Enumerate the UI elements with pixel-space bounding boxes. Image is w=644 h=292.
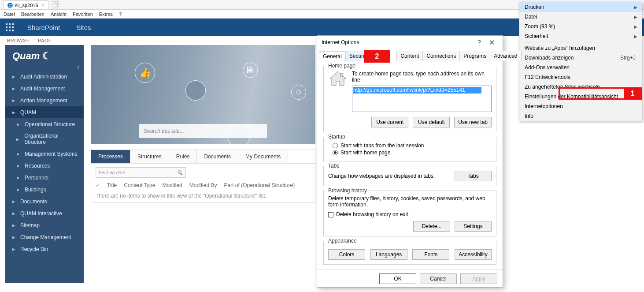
menu-help[interactable]: ? bbox=[119, 11, 122, 17]
sidebar-item[interactable]: ▸Recycle Bin bbox=[5, 243, 84, 255]
history-delete-on-exit[interactable]: Delete browsing history on exit bbox=[328, 211, 492, 217]
nav-icon: ▸ bbox=[15, 162, 21, 169]
settings-button[interactable]: Settings bbox=[455, 221, 492, 232]
context-menu-item[interactable]: Downloads anzeigenStrg+J bbox=[519, 53, 642, 63]
sidebar-item[interactable]: ▸Audit Administration bbox=[5, 71, 84, 82]
sidebar-item[interactable]: ▸Action Management bbox=[5, 94, 84, 106]
sidebar-item[interactable]: ▸Change Management bbox=[5, 231, 84, 243]
use-current-button[interactable]: Use current bbox=[371, 117, 408, 127]
context-menu-item[interactable]: Zoom (93 %)▶ bbox=[519, 22, 642, 31]
tab-general[interactable]: General bbox=[319, 51, 346, 61]
ribbon-page[interactable]: PAGE bbox=[38, 38, 52, 43]
help-icon[interactable]: ? bbox=[474, 39, 485, 46]
colors-button[interactable]: Colors bbox=[328, 249, 365, 260]
app-launcher-icon[interactable] bbox=[0, 19, 19, 36]
check-icon[interactable]: ✓ bbox=[96, 182, 100, 188]
col-contenttype[interactable]: Content Type bbox=[124, 182, 155, 188]
context-menu-item[interactable]: Datei▶ bbox=[519, 12, 642, 22]
nav-icon: ▸ bbox=[15, 136, 21, 142]
sidebar-item-label: QUAM Interactive bbox=[20, 210, 62, 217]
menu-favoriten[interactable]: Favoriten bbox=[73, 11, 93, 17]
sidebar: Quam ☾ ‹ ▸Audit Administration▸Audit-Man… bbox=[5, 45, 84, 283]
languages-button[interactable]: Languages bbox=[370, 249, 407, 260]
menu-ansicht[interactable]: Ansicht bbox=[51, 11, 67, 17]
tab-documents[interactable]: Documents bbox=[197, 150, 238, 163]
homepage-url-input[interactable] bbox=[352, 86, 492, 112]
sidebar-item[interactable]: ▸Audit-Management bbox=[5, 82, 84, 94]
nav-icon: ▸ bbox=[11, 234, 17, 240]
sidebar-item[interactable]: ▸QUAM bbox=[5, 106, 84, 118]
sharepoint-brand[interactable]: SharePoint bbox=[19, 19, 68, 36]
tab-rules[interactable]: Rules bbox=[169, 150, 197, 163]
menu-bearbeiten[interactable]: Bearbeiten bbox=[21, 11, 44, 17]
context-menu-item[interactable]: Info bbox=[519, 111, 642, 121]
sidebar-item[interactable]: ▸Personnel bbox=[5, 172, 84, 183]
tabs-button[interactable]: Tabs bbox=[455, 171, 492, 181]
sidebar-item[interactable]: ▸Buildings bbox=[5, 183, 84, 195]
radio-last-session[interactable]: Start with tabs from the last session bbox=[333, 142, 492, 149]
delete-button[interactable]: Delete... bbox=[413, 221, 450, 232]
col-partof[interactable]: Part of (Operational Structure) bbox=[224, 182, 295, 188]
nav-icon: ▸ bbox=[11, 73, 17, 80]
radio-home-page[interactable]: Start with home page bbox=[333, 150, 492, 156]
browser-tab[interactable]: sli_sp2016 × bbox=[4, 0, 48, 9]
dialog-titlebar[interactable]: Internet Options ? ✕ bbox=[317, 36, 503, 49]
sidebar-item-label: Personnel bbox=[25, 175, 48, 181]
ribbon-browse[interactable]: BROWSE bbox=[7, 38, 30, 43]
find-input[interactable]: Find an item 🔍 bbox=[96, 167, 186, 178]
sidebar-item[interactable]: ▸Sitemap bbox=[5, 219, 84, 231]
tab-structures[interactable]: Structures bbox=[130, 150, 169, 163]
cancel-button[interactable]: Cancel bbox=[420, 273, 457, 284]
context-menu-item[interactable]: Internetoptionen bbox=[519, 101, 642, 111]
ok-button[interactable]: OK bbox=[379, 273, 416, 284]
new-tab-button[interactable]: ▢ bbox=[52, 1, 59, 8]
use-default-button[interactable]: Use default bbox=[413, 117, 450, 127]
shortcut-label: Strg+J bbox=[620, 55, 636, 61]
sidebar-item[interactable]: ▸Documents bbox=[5, 195, 84, 207]
tab-advanced[interactable]: Advanced bbox=[490, 51, 521, 61]
use-newtab-button[interactable]: Use new tab bbox=[454, 117, 492, 127]
nav-list: ▸Audit Administration▸Audit-Management▸A… bbox=[5, 71, 84, 255]
context-menu-item[interactable]: Drucken▶ bbox=[519, 2, 642, 12]
hero-search-input[interactable]: Search this site... bbox=[139, 124, 267, 138]
col-title[interactable]: Title bbox=[107, 182, 117, 188]
context-menu-label: Internetoptionen bbox=[525, 103, 563, 109]
context-menu-label: Add-Ons verwalten bbox=[525, 64, 570, 71]
hero-icon: ○ bbox=[291, 85, 306, 100]
sites-link[interactable]: Sites bbox=[68, 24, 99, 31]
context-menu-item[interactable]: F12 Entwicklertools bbox=[519, 72, 642, 82]
svg-rect-10 bbox=[341, 73, 343, 77]
col-modified[interactable]: Modified bbox=[162, 182, 182, 188]
svg-rect-6 bbox=[6, 30, 7, 31]
sidebar-item[interactable]: ▸Organizational Structure bbox=[5, 130, 84, 148]
tab-processes[interactable]: Processes bbox=[91, 150, 130, 163]
menu-extras[interactable]: Extras bbox=[99, 11, 113, 17]
tab-my-documents[interactable]: My Documents bbox=[238, 150, 288, 163]
context-menu-item[interactable]: Add-Ons verwalten bbox=[519, 63, 642, 72]
close-icon[interactable]: ✕ bbox=[485, 38, 498, 47]
apply-button[interactable]: Apply bbox=[460, 273, 497, 284]
menu-datei[interactable]: Datei bbox=[4, 11, 15, 17]
fonts-button[interactable]: Fonts bbox=[412, 249, 449, 260]
tab-programs[interactable]: Programs bbox=[459, 51, 490, 61]
sidebar-item[interactable]: ▸QUAM Interactive bbox=[5, 207, 84, 219]
svg-marker-9 bbox=[330, 71, 346, 86]
tab-connections[interactable]: Connections bbox=[422, 51, 460, 61]
nav-icon: ▸ bbox=[11, 210, 17, 217]
sidebar-item[interactable]: ▸Management Systems bbox=[5, 148, 84, 160]
svg-rect-3 bbox=[6, 26, 7, 28]
tab-content[interactable]: Content bbox=[396, 51, 423, 61]
context-menu-label: Zoom (93 %) bbox=[525, 23, 555, 30]
chevron-right-icon: ▶ bbox=[634, 5, 637, 10]
tab-title: sli_sp2016 bbox=[15, 3, 38, 8]
collapse-icon[interactable]: ‹ bbox=[5, 64, 84, 71]
annotation-marker-2: 2 bbox=[364, 50, 390, 63]
sidebar-item[interactable]: ▸Operational Structure bbox=[5, 118, 84, 130]
context-menu-item[interactable]: Sicherheit▶ bbox=[519, 31, 642, 41]
close-icon[interactable]: × bbox=[42, 3, 44, 8]
context-menu-item[interactable]: Website zu „Apps“ hinzufügen bbox=[519, 43, 642, 53]
sidebar-item[interactable]: ▸Resources bbox=[5, 160, 84, 172]
dialog-title: Internet Options bbox=[322, 39, 359, 45]
col-modifiedby[interactable]: Modified By bbox=[189, 182, 217, 188]
accessibility-button[interactable]: Accessibility bbox=[455, 249, 492, 260]
